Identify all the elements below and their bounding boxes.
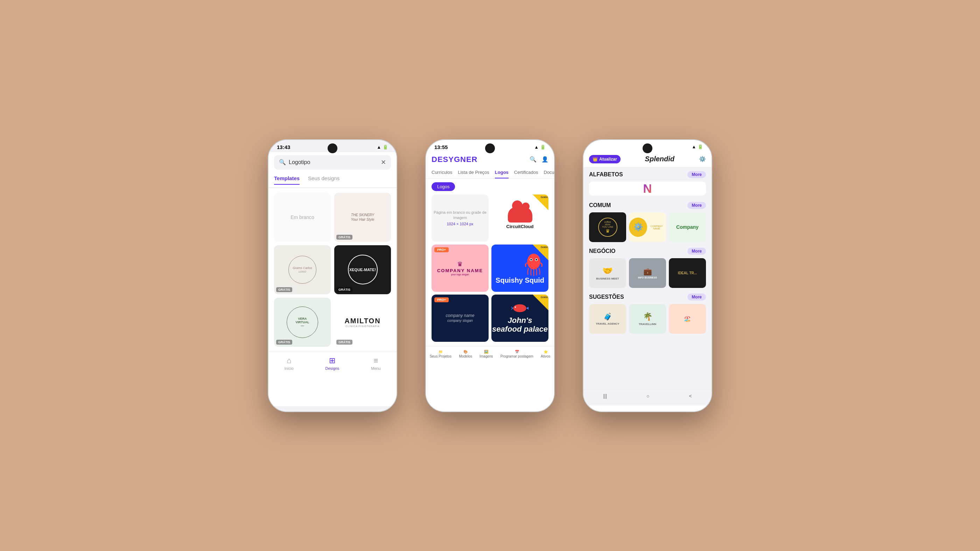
search-icon: 🔍: [279, 159, 286, 165]
tab-templates[interactable]: Templates: [274, 175, 300, 185]
status-icons-1: ▲ 🔋: [377, 144, 388, 150]
gratis-text-squid: Grátis: [541, 246, 548, 248]
johns-title: John'sseafood palace: [492, 316, 548, 333]
search-input[interactable]: [289, 159, 378, 165]
bottom-nav-1: ⌂ Início ⊞ Designs ≡ Menu: [269, 352, 396, 378]
phone-1: 13:43 ▲ 🔋 🔍 ✕ Templates Seus designs: [268, 139, 397, 412]
wifi-icon-3: ▲: [692, 144, 696, 149]
vera-inner: VERAVIRTUAL—: [286, 306, 318, 338]
comum-card-green[interactable]: Company: [669, 212, 706, 242]
p2-card-dark[interactable]: company namecompany slogan PRO+: [431, 295, 488, 342]
comum-more-btn[interactable]: More: [687, 202, 706, 209]
logo-card-n[interactable]: N: [589, 181, 706, 195]
p2-nav-documentos[interactable]: Documentos: [544, 167, 554, 178]
template-card-blank[interactable]: Em branco: [274, 193, 331, 242]
negocio-grid: 🤝 BUSINESS MEET 💼 INFO BUSINESS: [589, 258, 706, 288]
p3-nav-back[interactable]: <: [689, 393, 692, 399]
p2-card-pink[interactable]: ♛ COMPANY NAME your logo slogan PRO+: [431, 245, 488, 292]
sugestoes-more-btn[interactable]: More: [687, 294, 706, 300]
p3-scrollable-content: ALFABETOS More N V VENETIAN CLEMENTSYOU …: [584, 167, 711, 389]
p2-nav-imagens[interactable]: 🖼️ Imagens: [479, 350, 493, 358]
phone-3: ▲ 🔋 👑 Atualizar Splendid ⚙️ ALFABETOS Mo…: [583, 139, 712, 412]
negocio-section: NEGÓCIO More 🤝 BUSINESS MEET 💼: [589, 248, 706, 288]
calendar-icon: 📅: [515, 350, 519, 354]
dark-company-name: company namecompany slogan: [445, 313, 474, 323]
negocio-card-business-meet[interactable]: 🤝 BUSINESS MEET: [589, 258, 626, 288]
nav-menu[interactable]: ≡ Menu: [371, 356, 381, 370]
company-name-yellow: COMPANY NAME: [647, 225, 666, 230]
sugestoes-card-resort[interactable]: 🏖️: [669, 304, 706, 334]
travelling-inner: 🌴 TRAVELLINN: [629, 304, 666, 334]
cloud-shape: [508, 207, 532, 222]
status-icons-3: ▲ 🔋: [692, 144, 703, 149]
info-business-inner: 💼 INFO BUSINESS: [629, 258, 666, 288]
template-card-skinery[interactable]: THE SKINERYYour Hair Style GRÁTIS: [334, 193, 391, 242]
alfabetos-more-btn[interactable]: More: [687, 171, 706, 178]
sugestoes-card-travelling[interactable]: 🌴 TRAVELLINN: [629, 304, 666, 334]
nav-inicio[interactable]: ⌂ Início: [284, 356, 293, 370]
p2-nav-projetos[interactable]: 📁 Seus Projetos: [430, 350, 452, 358]
p2-nav-logos[interactable]: Logos: [495, 167, 509, 178]
search-icon-2[interactable]: 🔍: [530, 156, 536, 163]
template-card-grams[interactable]: Grams CarlosLOGO GRÁTIS: [274, 245, 331, 294]
p3-nav-recent[interactable]: |||: [603, 393, 607, 399]
phone1-content: 🔍 ✕ Templates Seus designs Em branco THE…: [269, 152, 396, 406]
blank-page-text: Página em branco ou grade de imagem: [431, 210, 488, 221]
comum-header: COMUM More: [589, 202, 706, 209]
comum-card-yellow-gear[interactable]: ⚙️ COMPANY NAME: [629, 212, 666, 242]
p2-nav: Currículos Lista de Preços Logos Certifi…: [426, 167, 554, 179]
battery-icon: 🔋: [383, 144, 388, 150]
sugestoes-card-travel-agency[interactable]: 🧳 TRAVEL AGENCY: [589, 304, 626, 334]
close-icon[interactable]: ✕: [381, 159, 386, 166]
yellow-gear-wrap: ⚙️ COMPANY NAME: [629, 212, 666, 242]
p2-nav-ativos[interactable]: ⭐ Ativos: [541, 350, 550, 358]
skinery-badge: GRÁTIS: [336, 235, 352, 240]
nav-designs-label: Designs: [325, 366, 339, 370]
template-card-xeque[interactable]: XEQUE-MATE! GRÁTIS: [334, 245, 391, 294]
amilton-inner: AMILTON CLÍNICA FISIOTERAPIA: [344, 317, 380, 327]
profile-icon[interactable]: 👤: [541, 156, 549, 163]
p2-card-circuit[interactable]: CircuitCloud Grátis: [492, 195, 549, 242]
notch-3: [643, 143, 652, 153]
nav-designs[interactable]: ⊞ Designs: [325, 356, 339, 370]
update-button[interactable]: 👑 Atualizar: [589, 155, 620, 164]
resort-inner: 🏖️: [669, 304, 706, 334]
p2-nav-lista[interactable]: Lista de Preços: [458, 167, 489, 178]
vera-text: VERAVIRTUAL—: [296, 317, 309, 327]
fish-illustration: [511, 303, 528, 315]
search-bar[interactable]: 🔍 ✕: [274, 155, 391, 170]
ideal-travel-text: IDEAL TR...: [678, 271, 697, 275]
negocio-card-ideal[interactable]: IDEAL TR...: [669, 258, 706, 288]
comum-section: COMUM More coffeestoreYOU LINE ♛: [589, 202, 706, 242]
p2-nav-curriculos[interactable]: Currículos: [431, 167, 452, 178]
travel-agency-label: TRAVEL AGENCY: [596, 322, 619, 326]
logos-filter-chip[interactable]: Logos: [431, 182, 455, 191]
comum-card-dark-circle[interactable]: coffeestoreYOU LINE ♛: [589, 212, 626, 242]
p3-nav-home[interactable]: ○: [646, 393, 649, 399]
p2-nav-modelos[interactable]: 🎨 Modelos: [459, 350, 472, 358]
template-card-vera[interactable]: VERAVIRTUAL— GRÁTIS: [274, 298, 331, 347]
ideal-travel-inner: IDEAL TR...: [669, 258, 706, 288]
phone3-content: 👑 Atualizar Splendid ⚙️ ALFABETOS More N: [584, 151, 711, 405]
negocio-card-info-business[interactable]: 💼 INFO BUSINESS: [629, 258, 666, 288]
business-meet-inner: 🤝 BUSINESS MEET: [589, 258, 626, 288]
template-card-amilton[interactable]: AMILTON CLÍNICA FISIOTERAPIA GRÁTIS: [334, 298, 391, 347]
phone2-content: DESYGNER 🔍 👤 Currículos Lista de Preços …: [426, 152, 554, 406]
pro-badge-pink: PRO+: [434, 247, 449, 252]
status-icons-2: ▲ 🔋: [534, 144, 546, 150]
tab-seus-designs[interactable]: Seus designs: [308, 175, 339, 185]
p2-nav-certificados[interactable]: Certificados: [514, 167, 538, 178]
p2-card-squid[interactable]: Squishy Squid Grátis: [492, 245, 549, 292]
p2-header: DESYGNER 🔍 👤: [426, 152, 554, 167]
phones-container: 13:43 ▲ 🔋 🔍 ✕ Templates Seus designs: [268, 139, 712, 412]
negocio-more-btn[interactable]: More: [687, 248, 706, 255]
xeque-badge: GRÁTIS: [336, 287, 352, 292]
p2-card-johns[interactable]: John'sseafood palace Grátis: [492, 295, 549, 342]
notch-2: [485, 143, 495, 153]
blank-size: 1024 × 1024 px: [447, 222, 473, 226]
dark-circle-inner: coffeestoreYOU LINE ♛: [598, 218, 617, 237]
p2-card-blank[interactable]: Página em branco ou grade de imagem 1024…: [431, 195, 488, 242]
travelling-label: TRAVELLINN: [639, 322, 656, 326]
p2-nav-programar[interactable]: 📅 Programar postagem: [501, 350, 533, 358]
settings-icon[interactable]: ⚙️: [699, 156, 706, 162]
